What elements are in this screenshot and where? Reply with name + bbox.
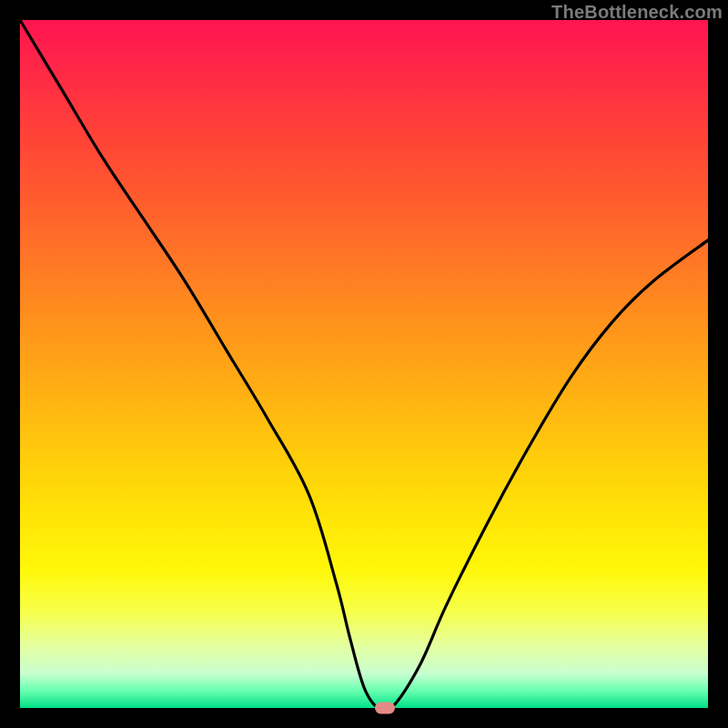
plot-area bbox=[20, 20, 708, 708]
optimum-marker bbox=[375, 703, 395, 714]
bottleneck-curve bbox=[20, 20, 708, 708]
chart-frame: TheBottleneck.com bbox=[0, 0, 728, 728]
watermark-text: TheBottleneck.com bbox=[551, 2, 723, 23]
